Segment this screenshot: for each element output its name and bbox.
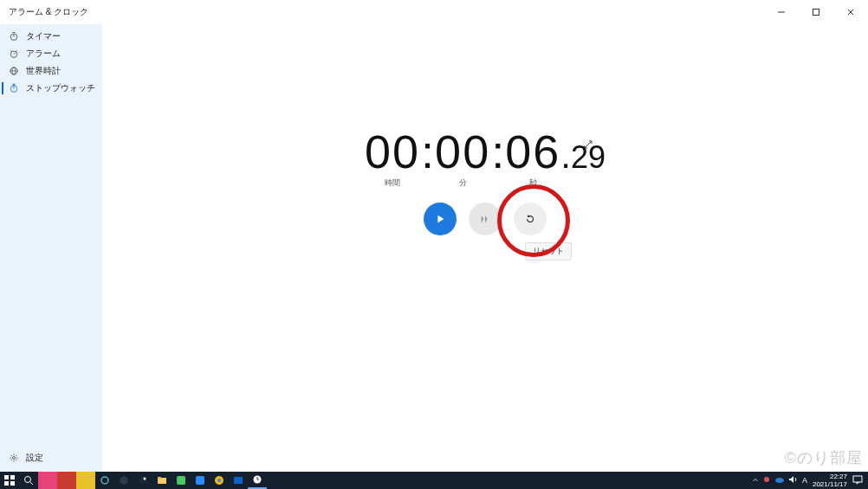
- hours-segment: 00 時間: [365, 128, 420, 175]
- svg-rect-24: [4, 481, 9, 486]
- svg-line-10: [16, 50, 17, 52]
- minutes-value: 00: [435, 125, 490, 177]
- svg-rect-33: [158, 477, 161, 479]
- title-bar: アラーム & クロック: [0, 0, 868, 24]
- tray-cloud-icon[interactable]: [774, 475, 785, 486]
- svg-point-17: [13, 457, 16, 460]
- svg-marker-29: [120, 476, 128, 485]
- svg-rect-45: [853, 476, 862, 482]
- action-center-icon[interactable]: [852, 474, 863, 486]
- main-content: 00 時間 : 00 分 : 06 秒 . 29: [102, 24, 868, 472]
- hours-value: 00: [365, 125, 420, 177]
- reset-tooltip: リセット: [525, 242, 572, 261]
- taskbar-app-3[interactable]: [76, 472, 95, 489]
- search-icon[interactable]: [19, 472, 38, 489]
- svg-marker-21: [485, 216, 488, 223]
- tray-icon-1[interactable]: [762, 475, 771, 486]
- taskbar-app-chrome[interactable]: [210, 472, 229, 489]
- maximize-button[interactable]: [799, 0, 833, 24]
- sidebar-item-worldclock[interactable]: 世界時計: [0, 62, 102, 80]
- dot: .: [560, 138, 571, 174]
- stopwatch-icon: [9, 83, 19, 93]
- taskbar-app-hex[interactable]: [114, 472, 133, 489]
- svg-marker-44: [789, 476, 794, 483]
- reset-button[interactable]: [514, 203, 547, 235]
- start-button[interactable]: [424, 203, 457, 235]
- svg-line-27: [30, 482, 33, 485]
- colon: :: [420, 128, 435, 175]
- app-body: タイマー アラーム 世界時計 ストップウォッチ: [0, 24, 868, 472]
- minimize-button[interactable]: [764, 0, 799, 24]
- window-controls: [764, 0, 868, 24]
- svg-line-9: [10, 50, 12, 52]
- svg-rect-16: [13, 84, 15, 85]
- lap-button[interactable]: [469, 203, 502, 235]
- taskbar-date: 2021/11/17: [813, 480, 847, 488]
- taskbar-app-zoom[interactable]: [191, 472, 210, 489]
- svg-line-8: [14, 53, 16, 55]
- taskbar-time: 22:27: [830, 473, 847, 480]
- minutes-label: 分: [459, 179, 467, 187]
- sidebar-item-timer[interactable]: タイマー: [0, 28, 102, 45]
- stopwatch-display: 00 時間 : 00 分 : 06 秒 . 29: [365, 128, 606, 175]
- svg-point-37: [217, 479, 221, 482]
- app-window: アラーム & クロック タイマー: [0, 0, 868, 472]
- sidebar-item-label: アラーム: [26, 48, 61, 60]
- taskbar-app-explorer[interactable]: [152, 472, 172, 489]
- tray-group[interactable]: A: [752, 475, 807, 486]
- taskbar-left: [0, 472, 267, 489]
- taskbar-app-swirl[interactable]: [95, 472, 114, 489]
- alarm-icon: [9, 48, 19, 59]
- svg-marker-20: [482, 216, 484, 223]
- sidebar-item-label: 設定: [26, 452, 43, 464]
- minutes-segment: 00 分: [435, 128, 490, 175]
- seconds-value: 06: [505, 125, 560, 177]
- svg-point-28: [101, 477, 108, 484]
- sidebar: タイマー アラーム 世界時計 ストップウォッチ: [0, 24, 102, 472]
- taskbar-app-steam[interactable]: [133, 472, 152, 489]
- seconds-segment: 06 秒: [505, 128, 560, 175]
- svg-point-30: [139, 476, 147, 485]
- window-title: アラーム & クロック: [9, 6, 88, 18]
- close-button[interactable]: [833, 0, 868, 24]
- taskbar-app-alarms[interactable]: [248, 472, 267, 489]
- globe-icon: [9, 66, 19, 76]
- svg-point-42: [764, 477, 769, 482]
- colon: :: [490, 128, 505, 175]
- tray-chevron-icon[interactable]: [752, 476, 759, 486]
- tray-volume-icon[interactable]: [788, 475, 799, 486]
- svg-point-31: [144, 478, 146, 480]
- stopwatch-controls: [424, 203, 547, 235]
- svg-rect-1: [813, 10, 819, 16]
- timer-icon: [9, 31, 19, 42]
- sidebar-item-stopwatch[interactable]: ストップウォッチ: [0, 80, 102, 97]
- tray-ime-indicator[interactable]: A: [802, 476, 807, 485]
- svg-rect-25: [10, 481, 15, 486]
- seconds-label: 秒: [529, 179, 537, 187]
- svg-rect-23: [10, 475, 15, 479]
- svg-point-43: [775, 478, 784, 483]
- start-menu-icon[interactable]: [0, 472, 19, 489]
- taskbar-clock[interactable]: 22:27 2021/11/17: [813, 473, 847, 488]
- watermark: ©のり部屋: [785, 447, 863, 468]
- hours-label: 時間: [385, 179, 400, 187]
- taskbar: A 22:27 2021/11/17: [0, 472, 868, 489]
- taskbar-right: A 22:27 2021/11/17: [752, 473, 868, 488]
- svg-point-26: [25, 477, 31, 483]
- fraction-value: 29: [571, 142, 606, 173]
- sidebar-item-label: ストップウォッチ: [26, 82, 95, 94]
- sidebar-item-label: タイマー: [26, 30, 61, 42]
- taskbar-app-mail[interactable]: [229, 472, 248, 489]
- gear-icon: [9, 453, 19, 463]
- taskbar-app-2[interactable]: [57, 472, 76, 489]
- sidebar-item-alarm[interactable]: アラーム: [0, 45, 102, 62]
- svg-rect-35: [196, 476, 204, 485]
- svg-marker-19: [437, 216, 444, 223]
- taskbar-app-line[interactable]: [172, 472, 191, 489]
- sidebar-item-label: 世界時計: [26, 65, 61, 77]
- svg-rect-38: [234, 477, 243, 484]
- sidebar-item-settings[interactable]: 設定: [0, 449, 102, 466]
- svg-rect-22: [4, 475, 9, 479]
- taskbar-app-1[interactable]: [38, 472, 57, 489]
- sidebar-spacer: [0, 97, 102, 449]
